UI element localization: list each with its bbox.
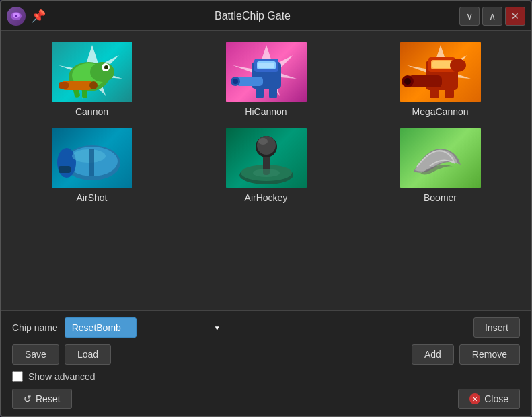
pin-icon[interactable]: 📌 bbox=[31, 9, 46, 24]
close-circle-icon: ✕ bbox=[469, 393, 480, 404]
remove-button[interactable]: Remove bbox=[459, 344, 520, 365]
chip-image-cannon bbox=[52, 42, 132, 102]
action-row: Save Load Add Remove bbox=[12, 344, 520, 365]
chip-name-label: Chip name bbox=[12, 322, 58, 333]
chip-image-airhockey bbox=[226, 128, 307, 188]
add-button[interactable]: Add bbox=[412, 344, 454, 365]
svg-point-46 bbox=[258, 138, 268, 145]
svg-rect-22 bbox=[256, 87, 264, 98]
chip-name-select-wrapper: ResetBomb Cannon HiCannon MegaCannon Air… bbox=[65, 317, 226, 338]
minimize-button[interactable]: ∨ bbox=[459, 7, 480, 26]
main-window: 📌 BattleChip Gate ∨ ∧ ✕ bbox=[0, 0, 532, 417]
titlebar-left: 📌 bbox=[7, 7, 46, 26]
app-icon bbox=[7, 7, 26, 26]
chip-item-megacannon[interactable]: MegaCannon bbox=[363, 42, 517, 117]
show-advanced-checkbox[interactable] bbox=[12, 371, 23, 382]
titlebar: 📌 BattleChip Gate ∨ ∧ ✕ bbox=[1, 1, 531, 31]
chip-name-select[interactable]: ResetBomb Cannon HiCannon MegaCannon Air… bbox=[65, 317, 137, 338]
svg-rect-18 bbox=[258, 63, 274, 68]
svg-point-31 bbox=[404, 78, 411, 85]
reset-button[interactable]: ↺ Reset bbox=[12, 389, 72, 409]
svg-rect-34 bbox=[445, 89, 454, 98]
bottom-panel: Chip name ResetBomb Cannon HiCannon Mega… bbox=[1, 310, 531, 416]
svg-point-2 bbox=[15, 15, 17, 17]
advanced-row: Show advanced bbox=[12, 371, 520, 382]
svg-point-45 bbox=[257, 136, 276, 155]
svg-rect-39 bbox=[89, 149, 94, 176]
chip-label-cannon: Cannon bbox=[75, 106, 108, 117]
show-advanced-label[interactable]: Show advanced bbox=[28, 371, 96, 382]
titlebar-controls: ∨ ∧ ✕ bbox=[459, 7, 525, 26]
window-close-button[interactable]: ✕ bbox=[505, 7, 525, 26]
chip-label-airshot: AirShot bbox=[77, 192, 108, 203]
svg-rect-23 bbox=[269, 87, 277, 98]
chip-item-boomer[interactable]: Boomer bbox=[363, 128, 517, 203]
svg-rect-12 bbox=[59, 82, 69, 89]
window-title: BattleChip Gate bbox=[46, 10, 459, 22]
chip-item-airshot[interactable]: AirShot bbox=[15, 128, 169, 203]
chip-item-airhockey[interactable]: AirHockey bbox=[189, 128, 343, 203]
chip-image-airshot bbox=[52, 128, 132, 188]
close-action-label: Close bbox=[484, 393, 508, 404]
svg-point-47 bbox=[253, 169, 280, 177]
chip-label-boomer: Boomer bbox=[424, 192, 457, 203]
chip-image-hicannon bbox=[226, 42, 307, 102]
svg-point-13 bbox=[89, 81, 98, 89]
close-action-button[interactable]: ✕ Close bbox=[458, 389, 520, 409]
chip-image-boomer bbox=[400, 128, 481, 188]
svg-point-37 bbox=[57, 148, 76, 178]
load-button[interactable]: Load bbox=[65, 344, 111, 365]
svg-rect-40 bbox=[59, 166, 71, 173]
bottom-row: ↺ Reset ✕ Close bbox=[12, 389, 520, 409]
svg-point-32 bbox=[450, 59, 466, 72]
reset-icon: ↺ bbox=[24, 393, 32, 404]
chip-item-hicannon[interactable]: HiCannon bbox=[189, 42, 343, 117]
svg-point-8 bbox=[104, 65, 108, 69]
insert-button[interactable]: Insert bbox=[473, 317, 520, 338]
chip-label-megacannon: MegaCannon bbox=[412, 106, 468, 117]
chip-item-cannon[interactable]: Cannon bbox=[15, 42, 169, 117]
chip-label-hicannon: HiCannon bbox=[245, 106, 287, 117]
reset-label: Reset bbox=[36, 393, 61, 404]
save-button[interactable]: Save bbox=[12, 344, 59, 365]
chip-image-megacannon bbox=[400, 42, 481, 102]
chip-grid: Cannon bbox=[1, 31, 531, 310]
svg-rect-33 bbox=[430, 89, 439, 98]
svg-rect-28 bbox=[432, 61, 451, 68]
maximize-button[interactable]: ∧ bbox=[482, 7, 502, 26]
svg-point-21 bbox=[233, 79, 238, 84]
chip-name-row: Chip name ResetBomb Cannon HiCannon Mega… bbox=[12, 317, 520, 338]
chip-label-airhockey: AirHockey bbox=[245, 192, 288, 203]
svg-point-6 bbox=[90, 62, 114, 82]
